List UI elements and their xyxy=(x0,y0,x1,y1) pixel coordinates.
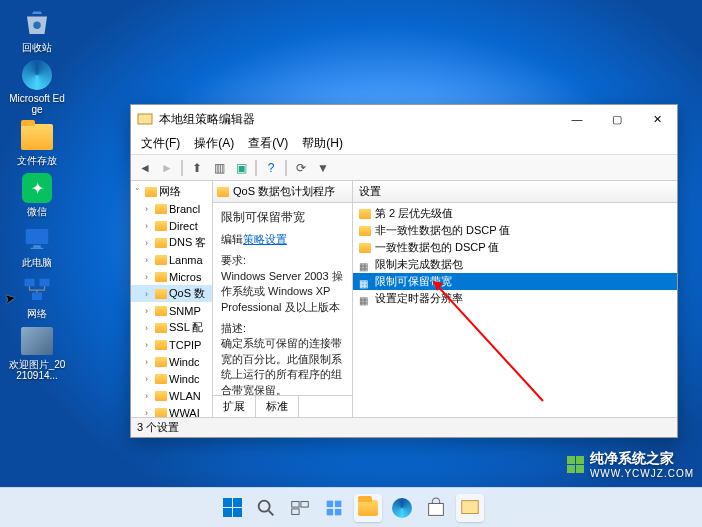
desktop-icon-label: 欢迎图片_20210914... xyxy=(8,359,66,381)
edge-icon xyxy=(22,60,52,90)
tree-node[interactable]: ›SSL 配 xyxy=(131,319,212,336)
watermark-url: WWW.YCWJZ.COM xyxy=(590,468,694,479)
tree-node-label: Windc xyxy=(169,356,200,368)
list-body[interactable]: 第 2 层优先级值非一致性数据包的 DSCP 值一致性数据包的 DSCP 值限制… xyxy=(353,203,677,417)
list-item[interactable]: 限制未完成数据包 xyxy=(353,256,677,273)
edge-taskbar-button[interactable] xyxy=(388,494,416,522)
list-item[interactable]: 非一致性数据包的 DSCP 值 xyxy=(353,222,677,239)
store-taskbar-button[interactable] xyxy=(422,494,450,522)
desktop-icon-folder[interactable]: 文件存放 xyxy=(8,121,66,166)
widgets-button[interactable] xyxy=(320,494,348,522)
filter-button[interactable]: ▼ xyxy=(313,158,333,178)
svg-rect-18 xyxy=(335,508,341,514)
gpedit-taskbar-button[interactable] xyxy=(456,494,484,522)
caret-icon: › xyxy=(145,408,153,418)
svg-rect-1 xyxy=(26,229,49,244)
refresh-button[interactable]: ⟳ xyxy=(291,158,311,178)
item-icon xyxy=(359,277,371,287)
breadcrumb: QoS 数据包计划程序 xyxy=(213,181,352,203)
item-icon xyxy=(359,260,371,270)
taskview-button[interactable] xyxy=(286,494,314,522)
tree-node[interactable]: ›Direct xyxy=(131,217,212,234)
menu-help[interactable]: 帮助(H) xyxy=(296,133,349,154)
caret-icon: › xyxy=(145,374,153,384)
explorer-taskbar-button[interactable] xyxy=(354,494,382,522)
desktop-icon-label: 回收站 xyxy=(22,42,52,53)
svg-rect-15 xyxy=(327,500,333,506)
tree-node[interactable]: ›SNMP xyxy=(131,302,212,319)
tab-extended[interactable]: 扩展 xyxy=(213,396,256,417)
close-button[interactable]: ✕ xyxy=(637,105,677,133)
desktop-icon-this-pc[interactable]: 此电脑 xyxy=(8,223,66,268)
folder-icon xyxy=(155,255,167,265)
up-button[interactable]: ⬆ xyxy=(187,158,207,178)
caret-icon: › xyxy=(145,204,153,214)
list-item[interactable]: 设置定时器分辨率 xyxy=(353,290,677,307)
list-item[interactable]: 限制可保留带宽 xyxy=(353,273,677,290)
tree-node[interactable]: ›Lanma xyxy=(131,251,212,268)
svg-rect-6 xyxy=(32,293,42,301)
svg-rect-4 xyxy=(25,279,35,287)
menu-file[interactable]: 文件(F) xyxy=(135,133,186,154)
list-header[interactable]: 设置 xyxy=(353,181,677,203)
tree-node[interactable]: ›WLAN xyxy=(131,387,212,404)
show-hide-button[interactable]: ▥ xyxy=(209,158,229,178)
svg-rect-5 xyxy=(40,279,50,287)
maximize-button[interactable]: ▢ xyxy=(597,105,637,133)
svg-point-10 xyxy=(259,500,270,511)
caret-icon: › xyxy=(145,289,153,299)
toolbar: ◄ ► ⬆ ▥ ▣ ? ⟳ ▼ xyxy=(131,155,677,181)
list-item[interactable]: 一致性数据包的 DSCP 值 xyxy=(353,239,677,256)
list-header-text: 设置 xyxy=(359,184,381,199)
wechat-icon: ✦ xyxy=(22,173,52,203)
help-button[interactable]: ? xyxy=(261,158,281,178)
desktop-icons: 回收站 Microsoft Edge 文件存放 ✦ 微信 此电脑 网络 欢迎图片… xyxy=(8,8,66,381)
forward-button[interactable]: ► xyxy=(157,158,177,178)
folder-icon xyxy=(155,221,167,231)
separator xyxy=(285,160,287,176)
tree-panel[interactable]: ˅ 网络 ›Brancl›Direct›DNS 客›Lanma›Micros›Q… xyxy=(131,181,213,417)
export-button[interactable]: ▣ xyxy=(231,158,251,178)
policy-settings-link[interactable]: 策略设置 xyxy=(243,233,287,245)
details-heading: 限制可保留带宽 xyxy=(221,209,344,226)
list-item[interactable]: 第 2 层优先级值 xyxy=(353,205,677,222)
edit-label: 编辑 xyxy=(221,233,243,245)
folder-icon xyxy=(155,289,167,299)
tree-node[interactable]: ›Micros xyxy=(131,268,212,285)
desktop-icon-wechat[interactable]: ✦ 微信 xyxy=(8,172,66,217)
tree-node[interactable]: ›DNS 客 xyxy=(131,234,212,251)
menu-action[interactable]: 操作(A) xyxy=(188,133,240,154)
edge-icon xyxy=(392,498,412,518)
tree-node-root[interactable]: ˅ 网络 xyxy=(131,183,212,200)
minimize-button[interactable]: — xyxy=(557,105,597,133)
start-button[interactable] xyxy=(218,494,246,522)
tree-node[interactable]: ›TCPIP xyxy=(131,336,212,353)
statusbar: 3 个设置 xyxy=(131,417,677,437)
tree-node[interactable]: ›Brancl xyxy=(131,200,212,217)
folder-icon xyxy=(358,500,378,516)
tree-node[interactable]: ›QoS 数 xyxy=(131,285,212,302)
status-text: 3 个设置 xyxy=(137,420,179,435)
tab-standard[interactable]: 标准 xyxy=(256,396,299,417)
desktop-icon-edge[interactable]: Microsoft Edge xyxy=(8,59,66,115)
desktop-icon-image[interactable]: 欢迎图片_20210914... xyxy=(8,325,66,381)
watermark-text: 纯净系统之家 xyxy=(590,450,674,466)
tree-node[interactable]: ›Windc xyxy=(131,353,212,370)
tree-node[interactable]: ›Windc xyxy=(131,370,212,387)
tree-node[interactable]: ›WWAI xyxy=(131,404,212,417)
taskbar[interactable] xyxy=(0,487,702,527)
search-button[interactable] xyxy=(252,494,280,522)
titlebar[interactable]: 本地组策略编辑器 — ▢ ✕ xyxy=(131,105,677,133)
svg-rect-2 xyxy=(33,245,41,248)
desktop-icon-recycle-bin[interactable]: 回收站 xyxy=(8,8,66,53)
menubar: 文件(F) 操作(A) 查看(V) 帮助(H) xyxy=(131,133,677,155)
svg-rect-14 xyxy=(292,508,299,514)
menu-view[interactable]: 查看(V) xyxy=(242,133,294,154)
tree-node-label: Windc xyxy=(169,373,200,385)
back-button[interactable]: ◄ xyxy=(135,158,155,178)
caret-icon: ˅ xyxy=(135,187,143,197)
desktop-icon-network[interactable]: 网络 xyxy=(8,274,66,319)
svg-rect-12 xyxy=(292,501,299,507)
tree-node-label: 网络 xyxy=(159,184,181,199)
details-body: 限制可保留带宽 编辑策略设置 要求:Windows Server 2003 操作… xyxy=(213,203,352,395)
